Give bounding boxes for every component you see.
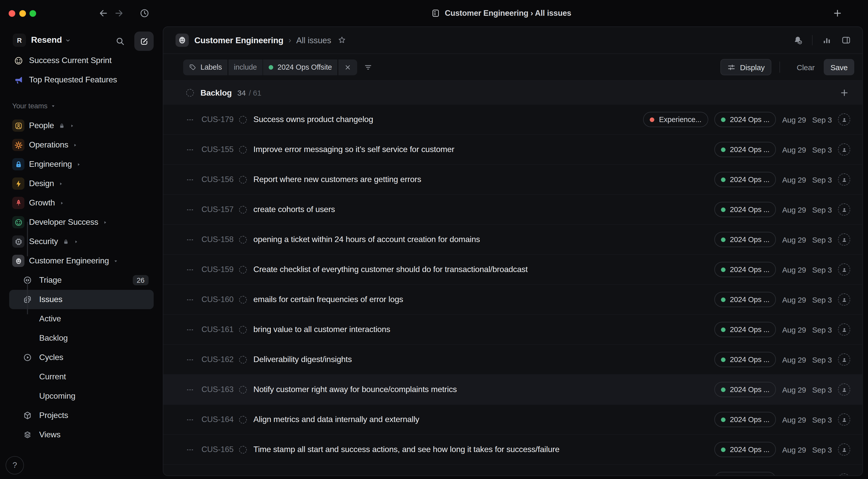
label-pill-ops[interactable]: 2024 Ops ...	[714, 472, 776, 476]
priority-icon[interactable]	[186, 116, 194, 123]
label-pill-ops[interactable]: 2024 Ops ...	[714, 142, 776, 157]
label-pill-ops[interactable]: 2024 Ops ...	[714, 382, 776, 397]
label-pill-ops[interactable]: 2024 Ops ...	[714, 112, 776, 127]
new-tab-plus-icon[interactable]	[832, 8, 843, 18]
issue-row-CUS-156[interactable]: CUS-156Report where new customers are ge…	[163, 165, 862, 195]
favorite-star-icon[interactable]	[337, 36, 346, 45]
backlog-status-icon[interactable]	[239, 446, 247, 453]
backlog-status-icon[interactable]	[239, 356, 247, 363]
backlog-group-header[interactable]: Backlog 34 / 61	[163, 81, 862, 105]
label-pill-ops[interactable]: 2024 Ops ...	[714, 352, 776, 367]
display-button[interactable]: Display	[721, 59, 771, 75]
assignee-avatar[interactable]	[838, 114, 850, 126]
assignee-avatar[interactable]	[838, 263, 850, 276]
backlog-status-icon[interactable]	[239, 386, 247, 393]
filter-value-segment[interactable]: 2024 Ops Offsite	[263, 59, 338, 75]
label-pill-ops[interactable]: 2024 Ops ...	[714, 202, 776, 217]
sidebar-team-engineering[interactable]: Engineering	[9, 155, 154, 174]
breadcrumb-view[interactable]: All issues	[296, 35, 331, 45]
sidebar-team-design[interactable]: Design	[9, 174, 154, 193]
backlog-status-icon[interactable]	[239, 146, 247, 153]
issue-row-CUS-179[interactable]: CUS-179Success owns product changelogExp…	[163, 105, 862, 135]
assignee-avatar[interactable]	[838, 383, 850, 395]
new-issue-button[interactable]	[134, 32, 154, 51]
priority-icon[interactable]	[186, 416, 194, 423]
issue-row-CUS-160[interactable]: CUS-160emails for certain frequencies of…	[163, 285, 862, 315]
filter-remove-segment[interactable]	[338, 59, 357, 75]
priority-icon[interactable]	[186, 356, 194, 363]
forward-icon[interactable]	[114, 8, 124, 18]
search-icon[interactable]	[115, 36, 125, 46]
issue-row-CUS-158[interactable]: CUS-158opening a ticket within 24 hours …	[163, 225, 862, 255]
help-button[interactable]: ?	[6, 456, 24, 474]
priority-icon[interactable]	[186, 386, 194, 393]
label-pill-ops[interactable]: 2024 Ops ...	[714, 262, 776, 277]
sidebar-team-security[interactable]: Security	[9, 232, 154, 251]
label-pill-ops[interactable]: 2024 Ops ...	[714, 442, 776, 457]
backlog-status-icon[interactable]	[239, 296, 247, 303]
issue-row-CUS-165[interactable]: CUS-165Time stamp all start and success …	[163, 435, 862, 465]
priority-icon[interactable]	[186, 206, 194, 213]
back-icon[interactable]	[98, 8, 108, 18]
assignee-avatar[interactable]	[838, 473, 850, 476]
assignee-avatar[interactable]	[838, 203, 850, 216]
issue-row-CUS-162[interactable]: CUS-162Deliverability digest/insights202…	[163, 345, 862, 375]
sidebar-item-upcoming[interactable]: Upcoming	[9, 386, 154, 406]
save-button[interactable]: Save	[824, 59, 854, 75]
priority-icon[interactable]	[186, 146, 194, 153]
issue-row-CUS-155[interactable]: CUS-155Improve error messaging so it’s s…	[163, 135, 862, 165]
label-pill-ops[interactable]: 2024 Ops ...	[714, 172, 776, 187]
priority-icon[interactable]	[186, 266, 194, 273]
priority-icon[interactable]	[186, 476, 194, 476]
sidebar-item-views[interactable]: Views	[9, 425, 154, 444]
backlog-status-icon[interactable]	[239, 476, 247, 476]
sidebar-item-active[interactable]: Active	[9, 309, 154, 328]
sidebar-item-triage[interactable]: Triage26	[9, 270, 154, 290]
sidebar-item-cycles[interactable]: Cycles	[9, 348, 154, 367]
filter-field-segment[interactable]: Labels	[183, 59, 227, 75]
sidebar-team-customer-engineering[interactable]: Customer Engineering	[9, 251, 154, 270]
priority-icon[interactable]	[186, 326, 194, 333]
assignee-avatar[interactable]	[838, 443, 850, 456]
history-clock-icon[interactable]	[140, 8, 150, 18]
assignee-avatar[interactable]	[838, 233, 850, 246]
sidebar-item-issues[interactable]: Issues	[9, 290, 154, 309]
priority-icon[interactable]	[186, 236, 194, 243]
backlog-status-icon[interactable]	[239, 176, 247, 183]
right-panel-toggle-icon[interactable]	[841, 35, 851, 45]
zoom-window-button[interactable]	[30, 10, 36, 17]
label-pill-ops[interactable]: 2024 Ops ...	[714, 322, 776, 337]
minimize-window-button[interactable]	[19, 10, 26, 17]
sidebar-team-operations[interactable]: Operations	[9, 135, 154, 155]
your-teams-header[interactable]: Your teams	[12, 99, 56, 113]
add-filter-icon[interactable]	[364, 63, 372, 71]
assignee-avatar[interactable]	[838, 143, 850, 156]
issue-row-CUS-164[interactable]: CUS-164Align metrics and data internally…	[163, 405, 862, 435]
filter-operator-segment[interactable]: include	[228, 59, 262, 75]
sidebar-item-current[interactable]: Current	[9, 367, 154, 386]
sidebar-favorite-item[interactable]: Success Current Sprint	[9, 51, 154, 70]
sidebar-item-backlog[interactable]: Backlog	[9, 328, 154, 348]
breadcrumb-team[interactable]: Customer Engineering	[194, 35, 283, 45]
insights-chart-icon[interactable]	[822, 35, 832, 45]
priority-icon[interactable]	[186, 176, 194, 183]
sidebar-team-people[interactable]: People	[9, 116, 154, 135]
backlog-status-icon[interactable]	[239, 266, 247, 273]
backlog-status-icon[interactable]	[239, 326, 247, 333]
backlog-status-icon[interactable]	[239, 116, 247, 123]
issue-row-CUS-166[interactable]: CUS-166Detect signals of a “bad day” for…	[163, 465, 862, 476]
workspace-switcher[interactable]: R Resend	[0, 30, 163, 51]
issue-row-CUS-159[interactable]: CUS-159Create checklist of everything cu…	[163, 255, 862, 285]
backlog-status-icon[interactable]	[239, 416, 247, 423]
label-pill-experience[interactable]: Experience...	[643, 112, 708, 127]
assignee-avatar[interactable]	[838, 413, 850, 425]
sidebar-team-developer-success[interactable]: Developer Success	[9, 213, 154, 232]
priority-icon[interactable]	[186, 296, 194, 303]
assignee-avatar[interactable]	[838, 353, 850, 365]
label-pill-ops[interactable]: 2024 Ops ...	[714, 292, 776, 307]
assignee-avatar[interactable]	[838, 293, 850, 306]
issue-row-CUS-161[interactable]: CUS-161bring value to all customer inter…	[163, 315, 862, 345]
label-pill-ops[interactable]: 2024 Ops ...	[714, 412, 776, 427]
clear-button[interactable]: Clear	[797, 63, 815, 71]
notification-subscribe-icon[interactable]	[793, 35, 803, 45]
